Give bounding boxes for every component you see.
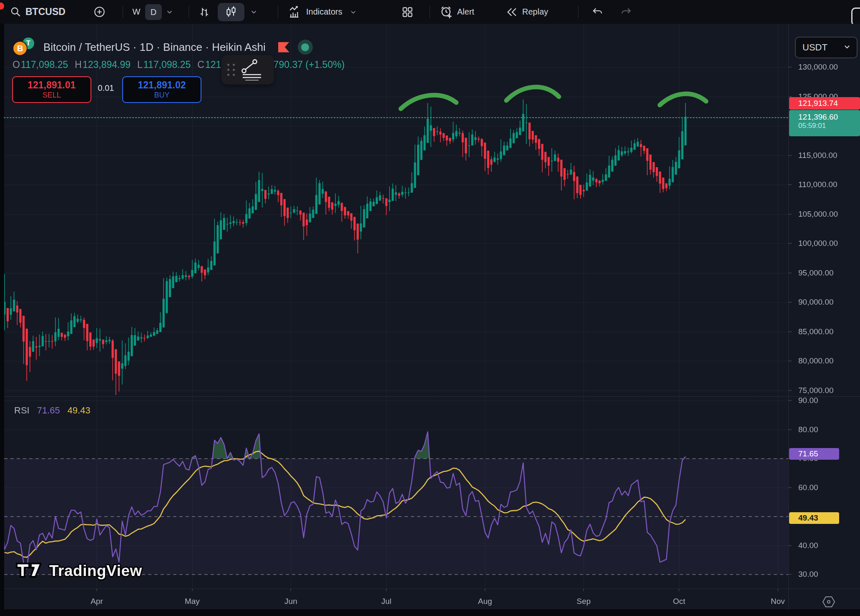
rsi-value: 71.65 (37, 405, 60, 416)
buy-label: BUY (154, 91, 169, 100)
rsi-legend[interactable]: RSI 71.65 49.43 (14, 405, 91, 416)
sell-label: SELL (43, 91, 61, 100)
symbol-logos: T B (10, 37, 38, 58)
spread-value: 0.01 (95, 83, 117, 93)
rsi-ma-value-label: 49.43 (789, 512, 839, 524)
currency-dropdown[interactable]: USDT (795, 37, 857, 58)
price-tick: 80,000.00 (798, 356, 834, 366)
price-tick: 105,000.00 (798, 210, 838, 219)
last-price-label: 121,396.60 05:59:01 (789, 110, 860, 136)
sell-button[interactable]: 121,891.01 SELL (12, 76, 91, 103)
time-tick-month[interactable]: Aug (478, 597, 492, 606)
ask-price-label: 121,913.74 (789, 97, 860, 110)
drag-handle-icon[interactable] (227, 64, 235, 76)
open-value: 117,098.25 (21, 59, 68, 70)
time-tick-month[interactable]: May (185, 597, 200, 606)
price-tick: 85,000.00 (798, 327, 834, 336)
chart-title: Bitcoin / TetherUS · 1D · Binance · Heik… (43, 41, 266, 54)
rsi-value-label: 71.65 (789, 448, 839, 460)
currency-label: USDT (802, 42, 827, 53)
chevron-down-icon (843, 42, 851, 53)
tradingview-watermark[interactable]: TradingView (16, 562, 142, 580)
price-tick: 90,000.00 (798, 298, 834, 307)
time-tick-month[interactable]: Jul (381, 597, 391, 606)
price-tick: 130,000.00 (798, 63, 838, 72)
price-tick: 95,000.00 (798, 268, 834, 278)
time-tick-month[interactable]: Sep (576, 597, 591, 606)
last-price-value: 121,396.60 (798, 113, 860, 122)
time-tick-month[interactable]: Apr (91, 597, 103, 606)
price-tick: 110,000.00 (798, 180, 837, 189)
rsi-tick: 80.00 (798, 425, 818, 434)
floating-drawing-toolbar[interactable] (221, 55, 274, 85)
rsi-name: RSI (14, 405, 30, 416)
market-status-icon[interactable] (298, 40, 313, 55)
buy-button[interactable]: 121,891.02 BUY (122, 76, 201, 103)
rsi-tick: 30.00 (798, 570, 818, 579)
rsi-tick: 40.00 (798, 541, 818, 550)
rsi-tick: 90.00 (798, 396, 818, 405)
time-tick-month[interactable]: Oct (673, 597, 686, 606)
time-tick-month[interactable]: Nov (771, 597, 785, 606)
flag-icon[interactable] (278, 42, 289, 53)
price-tick: 75,000.00 (798, 386, 834, 395)
trendline-tool-icon[interactable] (239, 58, 265, 82)
low-value: 117,098.25 (143, 59, 191, 70)
price-tick: 100,000.00 (798, 239, 838, 248)
time-tick-month[interactable]: Jun (284, 597, 297, 606)
rsi-ma-value: 49.43 (68, 405, 91, 416)
ohlc-readout: O117,098.25 H123,894.99 L117,098.25 C121… (13, 59, 345, 70)
tradingview-app: BTCUSD W D (0, 0, 860, 616)
high-value: 123,894.99 (83, 59, 131, 70)
rsi-tick: 60.00 (798, 483, 818, 492)
bitcoin-logo-icon: B (13, 41, 28, 56)
buy-price: 121,891.02 (138, 80, 186, 90)
tradingview-watermark-text: TradingView (49, 562, 142, 580)
price-tick: 115,000.00 (798, 151, 837, 160)
sell-price: 121,891.01 (28, 80, 75, 90)
bar-countdown: 05:59:01 (798, 122, 860, 130)
timezone-settings-icon[interactable] (822, 595, 836, 610)
tradingview-logo-icon (16, 562, 43, 580)
symbol-legend[interactable]: T B Bitcoin / TetherUS · 1D · Binance · … (10, 37, 313, 58)
